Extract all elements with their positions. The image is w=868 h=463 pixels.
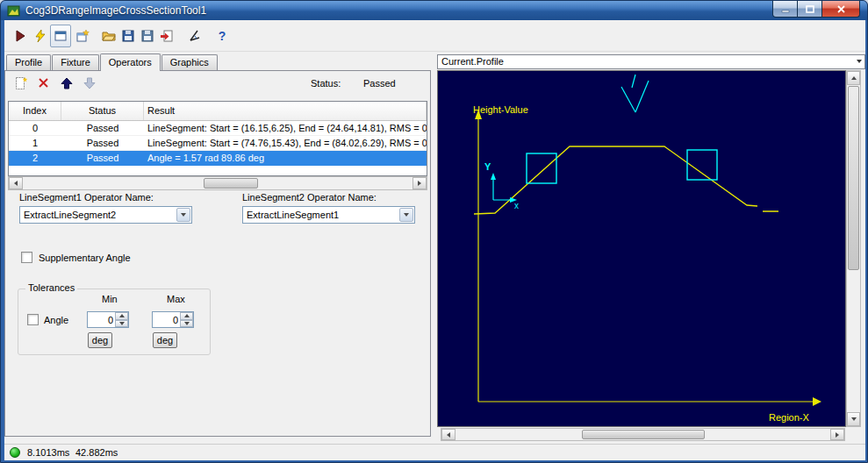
move-down-button[interactable]: [81, 75, 98, 92]
max-unit-button[interactable]: deg: [153, 332, 177, 348]
run-button[interactable]: [10, 25, 31, 47]
linesegment1-value: ExtractLineSegment2: [24, 210, 174, 220]
status-bar: 8.1013ms 42.882ms: [4, 444, 865, 460]
open-file-button[interactable]: [98, 25, 119, 47]
new-operator-icon: [14, 76, 28, 90]
close-icon: [836, 5, 846, 13]
spin-down-button[interactable]: [180, 320, 193, 328]
angle-max-input[interactable]: [153, 312, 180, 327]
table-row[interactable]: 0 Passed LineSegment: Start = (16.15,6.2…: [9, 121, 427, 136]
import-image-button[interactable]: [156, 25, 177, 47]
height-value-axis-label: Height-Value: [473, 104, 528, 115]
minimize-button[interactable]: [772, 1, 798, 18]
chevron-down-icon[interactable]: [399, 208, 413, 222]
tab-fixture[interactable]: Fixture: [52, 54, 99, 70]
delete-operator-icon: [37, 76, 51, 90]
origin-x-label: x: [514, 201, 519, 210]
column-header-status[interactable]: Status: [61, 102, 144, 120]
tool-display-button[interactable]: [50, 25, 71, 47]
table-row-selected[interactable]: 2 Passed Angle = 1.57 rad 89.86 deg: [9, 151, 427, 166]
scroll-right-button[interactable]: [412, 177, 427, 189]
new-operator-button[interactable]: [12, 75, 30, 92]
float-window-icon: [75, 29, 90, 43]
triangle-up-icon: [184, 314, 190, 317]
delete-operator-button[interactable]: [35, 75, 53, 92]
scroll-thumb[interactable]: [848, 86, 859, 270]
float-window-button[interactable]: [72, 25, 93, 47]
scroll-left-button[interactable]: [9, 177, 23, 189]
scroll-thumb[interactable]: [204, 178, 258, 189]
angle-tolerance-checkbox[interactable]: [27, 314, 39, 325]
total-time: 42.882ms: [75, 447, 118, 458]
profile-display[interactable]: Height-Value Region-X: [437, 70, 846, 427]
tolerances-title: Tolerances: [25, 282, 77, 293]
triangle-down-icon: [181, 213, 186, 217]
live-run-button[interactable]: [30, 25, 51, 47]
linesegment2-value: ExtractLineSegment1: [247, 210, 397, 220]
scroll-thumb[interactable]: [582, 430, 705, 439]
linesegment2-combobox[interactable]: ExtractLineSegment1: [242, 206, 415, 224]
scroll-right-button[interactable]: [830, 429, 844, 440]
chevron-down-icon[interactable]: [176, 208, 190, 222]
spin-up-button[interactable]: [115, 312, 128, 320]
supplementary-angle-label: Supplementary Angle: [39, 253, 131, 263]
triangle-down-icon: [851, 417, 857, 421]
close-button[interactable]: [821, 1, 860, 18]
column-header-result[interactable]: Result: [144, 102, 427, 120]
table-hscrollbar[interactable]: [8, 176, 427, 190]
angle-min-input[interactable]: [88, 312, 115, 327]
triangle-up-icon: [119, 314, 125, 317]
triangle-right-icon: [418, 181, 421, 186]
table-row[interactable]: 1 Passed LineSegment: Start = (74.76,15.…: [9, 136, 427, 151]
move-up-button[interactable]: [58, 75, 75, 92]
triangle-down-icon[interactable]: [857, 60, 862, 63]
app-icon: [7, 4, 21, 18]
tab-operators[interactable]: Operators: [100, 53, 161, 71]
angle-max-spinner[interactable]: [152, 311, 194, 328]
save-image-button[interactable]: [137, 25, 158, 47]
linesegment1-combobox[interactable]: ExtractLineSegment2: [19, 206, 192, 224]
caption-buttons: [772, 1, 860, 18]
min-unit-button[interactable]: deg: [88, 332, 112, 348]
move-up-icon: [60, 76, 74, 90]
help-button[interactable]: ?: [212, 25, 233, 47]
supplementary-angle-checkbox[interactable]: [21, 252, 32, 263]
status-led-icon: [10, 447, 20, 458]
triangle-down-icon: [119, 322, 125, 325]
maximize-button[interactable]: [798, 1, 821, 18]
display-hscrollbar[interactable]: [441, 428, 845, 441]
origin-axes-marker: Y x: [484, 161, 519, 210]
triangle-left-icon: [447, 432, 450, 438]
axis-arrow-right-icon: [813, 397, 821, 406]
maximize-icon: [806, 5, 814, 13]
spinner-arrows: [115, 312, 128, 327]
linesegment2-marker: [687, 150, 717, 180]
titlebar[interactable]: Cog3DRangeImageCrossSectionTool1: [1, 1, 867, 20]
save-button[interactable]: [118, 25, 139, 47]
spin-up-button[interactable]: [180, 312, 193, 320]
display-vscrollbar[interactable]: [846, 70, 861, 427]
main-toolbar: ?: [4, 20, 865, 52]
operators-tab-page: Status: Passed Index Status Result 0 Pas…: [4, 70, 431, 437]
measure-angle-button[interactable]: [184, 25, 205, 47]
scroll-down-button[interactable]: [847, 412, 860, 426]
tab-profile[interactable]: Profile: [6, 54, 51, 70]
cell-result: Angle = 1.57 rad 89.86 deg: [144, 151, 427, 166]
cell-result: LineSegment: Start = (74.76,15.43), End …: [144, 136, 427, 150]
angle-marker: [621, 75, 649, 112]
display-source-combobox[interactable]: Current.Profile: [437, 54, 865, 69]
triangle-down-icon: [184, 322, 190, 325]
spin-down-button[interactable]: [115, 320, 128, 328]
results-table: Index Status Result 0 Passed LineSegment…: [8, 101, 427, 176]
scroll-left-button[interactable]: [441, 429, 456, 440]
cell-status: Passed: [61, 136, 144, 150]
tolerances-group: Tolerances Min Max Angle: [18, 288, 211, 355]
import-image-icon: [160, 29, 174, 43]
client-area: ? Profile Fixture Operators Graphics St: [4, 20, 865, 460]
angle-min-spinner[interactable]: [87, 311, 129, 328]
column-header-index[interactable]: Index: [9, 102, 61, 120]
scroll-up-button[interactable]: [847, 71, 860, 85]
status-label: Status:: [311, 78, 341, 89]
tab-graphics[interactable]: Graphics: [161, 54, 218, 70]
cell-status: Passed: [61, 121, 144, 135]
